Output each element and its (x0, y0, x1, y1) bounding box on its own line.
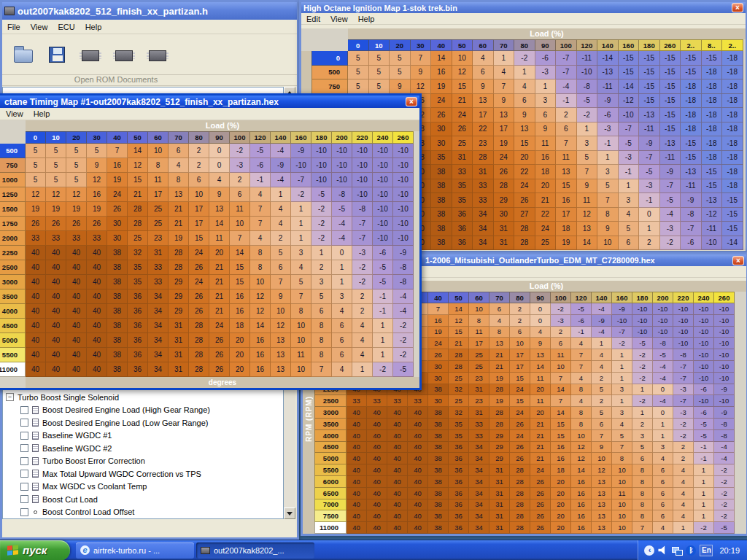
map-cell[interactable]: 10 (271, 304, 291, 319)
map-cell[interactable]: 20 (551, 488, 571, 499)
map-cell[interactable]: 33 (473, 179, 494, 194)
map-cell[interactable]: 29 (489, 430, 510, 442)
map-cell[interactable]: 15 (230, 275, 250, 289)
map-cell[interactable]: 18 (230, 319, 250, 333)
map-cell[interactable]: 33 (347, 395, 367, 407)
map-cell[interactable]: -4 (332, 217, 352, 231)
start-button[interactable]: пуск (0, 540, 70, 560)
load-header-cell[interactable]: 260 (393, 131, 414, 144)
map-cell[interactable]: 2 (592, 395, 612, 407)
map-cell[interactable]: 13 (209, 202, 230, 217)
map-cell[interactable]: 24 (530, 464, 551, 476)
map-cell[interactable]: 7 (597, 193, 619, 208)
map-cell[interactable]: 14 (209, 217, 230, 231)
map-cell[interactable]: -18 (722, 151, 743, 166)
map-cell[interactable]: 7 (428, 303, 449, 315)
map-cell[interactable]: 31 (489, 510, 510, 522)
hide-inactive-icons-icon[interactable]: ‹ (644, 545, 654, 556)
map-cell[interactable]: 19 (428, 327, 449, 338)
map-cell[interactable]: 3 (291, 246, 311, 260)
map-cell[interactable]: 6 (653, 488, 673, 499)
map-cell[interactable]: -10 (714, 338, 735, 349)
map-cell[interactable]: -10 (352, 158, 373, 173)
map-cell[interactable]: -18 (722, 51, 743, 66)
map-cell[interactable]: -5 (571, 303, 592, 315)
map-cell[interactable]: 4 (473, 51, 494, 66)
map-cell[interactable]: 20 (551, 522, 571, 534)
map-cell[interactable]: 35 (128, 260, 148, 275)
map-cell[interactable]: 13 (577, 222, 598, 236)
map-cell[interactable]: 5 (26, 158, 46, 173)
map-cell[interactable]: 38 (428, 464, 449, 476)
map-cell[interactable]: 13 (169, 187, 189, 202)
map-cell[interactable]: 26 (514, 193, 535, 208)
load-header-cell[interactable]: 200 (653, 292, 673, 303)
map-cell[interactable]: 1 (673, 522, 694, 534)
map-cell[interactable]: 33 (408, 395, 428, 407)
map-cell[interactable]: 36 (449, 453, 469, 464)
map-cell[interactable]: 7 (107, 144, 128, 158)
map-cell[interactable]: 1 (619, 179, 640, 194)
map-cell[interactable]: -10 (714, 349, 735, 361)
map-cell[interactable]: -10 (632, 303, 653, 315)
map-cell[interactable]: 40 (347, 476, 367, 488)
map-cell[interactable]: -4 (556, 79, 577, 94)
map-cell[interactable]: 10 (612, 522, 632, 534)
map-cell[interactable]: 30 (428, 395, 449, 407)
map-cell[interactable]: 7 (592, 430, 612, 442)
map-cell[interactable]: 28 (489, 419, 510, 430)
map-cell[interactable]: -10 (632, 315, 653, 327)
map-cell[interactable]: 8 (148, 158, 169, 173)
map-cell[interactable]: 31 (489, 464, 510, 476)
map-cell[interactable]: -5 (373, 260, 393, 275)
map-cell[interactable]: 26 (26, 217, 46, 231)
map-cell[interactable]: -10 (393, 231, 414, 246)
map-cell[interactable]: 4 (653, 522, 673, 534)
map-cell[interactable]: -6 (694, 407, 714, 419)
map-cell[interactable]: 34 (469, 510, 489, 522)
map-cell[interactable]: -15 (660, 94, 681, 109)
map-cell[interactable]: 26 (66, 217, 87, 231)
map-cell[interactable]: 5 (390, 66, 411, 80)
map-cell[interactable]: -12 (702, 208, 723, 222)
map-cell[interactable]: 24 (107, 187, 128, 202)
map-cell[interactable]: 9 (514, 108, 535, 122)
map-cell[interactable]: 6 (653, 510, 673, 522)
load-header-cell[interactable]: 40 (107, 131, 128, 144)
map-cell[interactable]: -15 (702, 165, 723, 179)
map-cell[interactable]: 8 (632, 464, 653, 476)
map-cell[interactable]: 10 (291, 362, 311, 377)
map-cell[interactable]: -10 (311, 173, 332, 187)
map-cell[interactable]: 36 (128, 333, 148, 348)
tree-item[interactable]: Turbo Boost Error Correction (3, 455, 283, 468)
map-cell[interactable]: 26 (189, 289, 209, 304)
map-cell[interactable]: 29 (489, 442, 510, 454)
map-cell[interactable]: -15 (639, 79, 660, 94)
load-header-cell[interactable]: 120 (571, 292, 592, 303)
map-cell[interactable]: 9 (87, 158, 107, 173)
checkbox[interactable] (20, 508, 28, 516)
map-cell[interactable]: -7 (639, 151, 660, 166)
map-cell[interactable]: 0 (653, 384, 673, 396)
map-cell[interactable]: -8 (714, 430, 735, 442)
map-cell[interactable]: -10 (373, 231, 393, 246)
map-cell[interactable]: 12 (87, 173, 107, 187)
map-cell[interactable]: -2 (714, 488, 735, 499)
map-cell[interactable]: 21 (209, 260, 230, 275)
map-cell[interactable]: 40 (66, 319, 87, 333)
map-cell[interactable]: 40 (387, 419, 408, 430)
map-cell[interactable]: 40 (87, 304, 107, 319)
map-cell[interactable]: 20 (551, 476, 571, 488)
map-cell[interactable]: -1 (639, 193, 660, 208)
map-cell[interactable]: 31 (148, 246, 169, 260)
map-cell[interactable]: 15 (510, 395, 530, 407)
map-cell[interactable]: 9 (411, 66, 432, 80)
menu-file[interactable]: File (2, 23, 26, 31)
map-cell[interactable]: 7 (571, 361, 592, 373)
map-cell[interactable]: -13 (681, 165, 702, 179)
map-cell[interactable]: 15 (556, 179, 577, 194)
volume-icon[interactable] (658, 545, 668, 556)
map-cell[interactable]: 7 (250, 202, 271, 217)
map-cell[interactable]: 6 (551, 338, 571, 349)
map-cell[interactable]: 21 (169, 217, 189, 231)
